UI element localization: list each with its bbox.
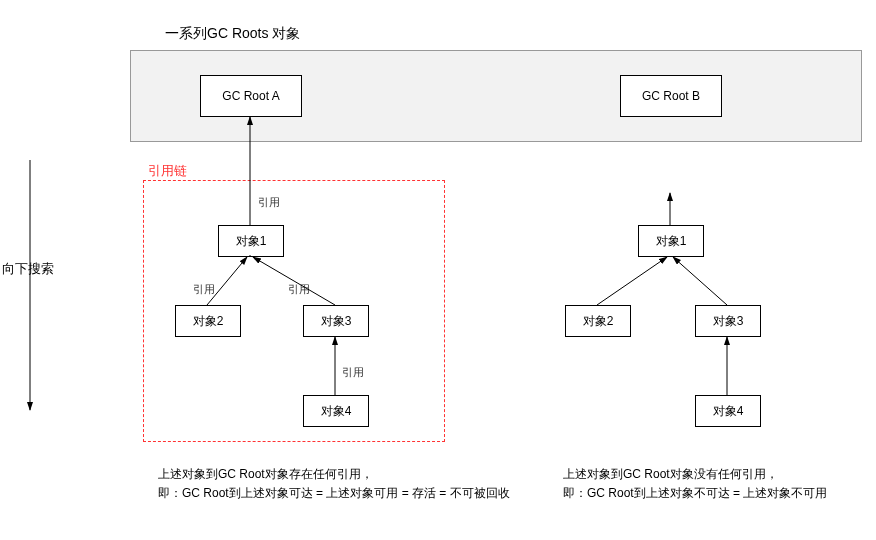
left-caption-line2: 即：GC Root到上述对象可达 = 上述对象可用 = 存活 = 不可被回收: [158, 484, 568, 503]
right-obj2-node: 对象2: [565, 305, 631, 337]
svg-line-7: [597, 257, 667, 305]
left-caption: 上述对象到GC Root对象存在任何引用， 即：GC Root到上述对象可达 =…: [158, 465, 568, 503]
right-obj4-label: 对象4: [713, 403, 744, 420]
left-obj2-label: 对象2: [193, 313, 224, 330]
right-obj1-label: 对象1: [656, 233, 687, 250]
right-caption: 上述对象到GC Root对象没有任何引用， 即：GC Root到上述对象不可达 …: [563, 465, 863, 503]
gc-root-a-node: GC Root A: [200, 75, 302, 117]
right-obj1-node: 对象1: [638, 225, 704, 257]
right-obj4-node: 对象4: [695, 395, 761, 427]
right-obj2-label: 对象2: [583, 313, 614, 330]
reference-chain-label: 引用链: [148, 162, 187, 180]
right-caption-line2: 即：GC Root到上述对象不可达 = 上述对象不可用: [563, 484, 863, 503]
gc-root-b-label: GC Root B: [642, 89, 700, 103]
search-direction-label: 向下搜索: [2, 260, 54, 278]
edge-label-root-a-obj1: 引用: [258, 195, 280, 210]
left-obj1-node: 对象1: [218, 225, 284, 257]
right-caption-line1: 上述对象到GC Root对象没有任何引用，: [563, 465, 863, 484]
edge-label-obj1-obj3: 引用: [288, 282, 310, 297]
gc-root-b-node: GC Root B: [620, 75, 722, 117]
edge-label-obj3-obj4: 引用: [342, 365, 364, 380]
right-obj3-label: 对象3: [713, 313, 744, 330]
edge-label-obj1-obj2: 引用: [193, 282, 215, 297]
left-obj4-label: 对象4: [321, 403, 352, 420]
left-obj4-node: 对象4: [303, 395, 369, 427]
gc-roots-title: 一系列GC Roots 对象: [165, 25, 300, 43]
left-caption-line1: 上述对象到GC Root对象存在任何引用，: [158, 465, 568, 484]
right-obj3-node: 对象3: [695, 305, 761, 337]
gc-root-a-label: GC Root A: [222, 89, 279, 103]
left-obj3-node: 对象3: [303, 305, 369, 337]
svg-line-8: [673, 257, 727, 305]
left-obj3-label: 对象3: [321, 313, 352, 330]
left-obj1-label: 对象1: [236, 233, 267, 250]
left-obj2-node: 对象2: [175, 305, 241, 337]
